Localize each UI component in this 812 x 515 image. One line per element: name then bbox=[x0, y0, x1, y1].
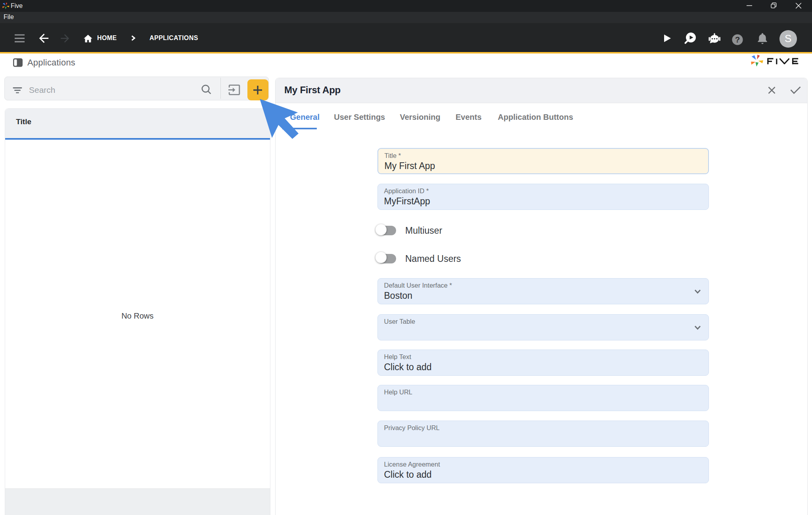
svg-text:?: ? bbox=[735, 35, 740, 44]
